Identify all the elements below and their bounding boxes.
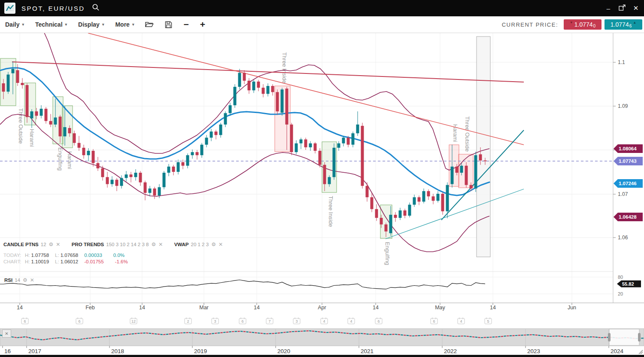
svg-text:2023: 2023 (527, 348, 540, 354)
svg-text:14: 14 (373, 305, 379, 311)
navigator-selection-window[interactable] (609, 329, 639, 345)
svg-text:80: 80 (618, 275, 623, 280)
pattern-count-badges[interactable]: 661223673446645 (21, 317, 492, 324)
gear-icon[interactable]: ⚙ (49, 241, 54, 247)
chevron-down-icon: ▾ (102, 22, 104, 27)
candlestick-series (2, 61, 487, 237)
pattern-box (449, 145, 459, 186)
svg-text:2017: 2017 (28, 348, 41, 354)
gear-icon[interactable]: ⚙ (23, 277, 27, 283)
save-icon[interactable] (165, 21, 172, 28)
svg-text:2024: 2024 (611, 348, 624, 354)
svg-text:6: 6 (24, 319, 26, 323)
svg-text:6: 6 (433, 319, 435, 323)
price-axis: 1.11.091.081.071.068020 (613, 59, 628, 296)
svg-text:16: 16 (4, 348, 11, 354)
price-stats: TODAY:H:1.07758L:1.076580.000330.0% CHAR… (3, 253, 139, 265)
svg-text:Feb: Feb (85, 305, 95, 311)
current-price-label: CURRENT PRICE: (502, 21, 558, 28)
zoom-out-button[interactable]: − (183, 20, 188, 29)
close-icon[interactable]: ✕ (30, 277, 34, 283)
legend-vwap: VWAP20 1 2 3⚙✕ (174, 240, 223, 248)
popout-icon[interactable] (618, 4, 626, 12)
chevron-down-icon: ▾ (132, 22, 134, 27)
today-stats-row: TODAY:H:1.07758L:1.076580.000330.0% (3, 253, 139, 259)
svg-text:14: 14 (490, 305, 496, 311)
window-bottom-edge (0, 355, 644, 357)
svg-text:Apr: Apr (318, 305, 326, 311)
trading-app-window: { "icons": {"gear":"⚙","close":"✕","care… (0, 0, 644, 357)
gear-icon[interactable]: ⚙ (151, 241, 156, 247)
svg-text:2018: 2018 (111, 348, 124, 354)
chart-change: -0.01755 (84, 259, 103, 264)
resize-grip-icon (639, 350, 643, 354)
svg-text:5: 5 (487, 319, 489, 323)
svg-text:2: 2 (187, 319, 189, 323)
pattern-label: Harami (29, 129, 35, 147)
close-icon[interactable]: ✕ (56, 241, 60, 247)
price-up-arrow-icon: ▲ (633, 21, 636, 24)
menu-technical[interactable]: Technical▾ (35, 21, 67, 28)
search-icon[interactable] (92, 3, 100, 13)
moving-average-line (0, 68, 489, 195)
svg-text:1.07743: 1.07743 (619, 159, 637, 164)
svg-text:7: 7 (268, 319, 270, 323)
svg-text:14: 14 (254, 305, 260, 311)
close-icon[interactable]: ✕ (158, 241, 163, 247)
ask-price-badge: 1.07746▲ (605, 19, 642, 30)
legend-pro-trends: PRO TRENDS150 3 10 2 14 2 3 8⚙✕ (72, 240, 163, 248)
price-axis-badges: 1.080641.077431.072461.0642855.82 (614, 144, 643, 287)
svg-text:2022: 2022 (444, 348, 457, 354)
svg-text:1.07: 1.07 (618, 191, 628, 197)
pattern-label: Harami (67, 151, 73, 169)
svg-text:1.06428: 1.06428 (619, 214, 637, 220)
legend-candle-patterns: CANDLE PTNS12⚙✕ (3, 240, 60, 248)
minimize-button[interactable]: – (605, 5, 612, 12)
svg-text:14: 14 (17, 305, 23, 311)
svg-text:3: 3 (295, 319, 298, 323)
pattern-label: Engulfing (57, 147, 64, 171)
close-icon[interactable]: ✕ (219, 241, 223, 247)
close-icon[interactable]: ✕ (632, 4, 640, 12)
svg-text:1.07246: 1.07246 (619, 181, 637, 186)
open-folder-icon[interactable] (145, 21, 154, 28)
rsi-legend: RSI14⚙✕ (4, 276, 34, 284)
pattern-label: Three Inside (328, 196, 334, 227)
menu-timeframe[interactable]: Daily▾ (5, 21, 24, 28)
svg-text:2021: 2021 (361, 348, 374, 354)
menu-display[interactable]: Display▾ (78, 21, 104, 28)
svg-text:6: 6 (241, 319, 243, 323)
today-change-pct: 0.0% (113, 253, 125, 258)
svg-text:55.82: 55.82 (622, 281, 634, 287)
svg-text:20: 20 (618, 291, 623, 296)
svg-text:12: 12 (131, 319, 136, 323)
window-title: SPOT, EUR/USD (21, 5, 85, 12)
band-upper-line (44, 33, 489, 170)
zoom-in-button[interactable]: + (200, 20, 205, 29)
svg-text:May: May (435, 305, 445, 311)
candle-pattern-annotations: Three OutsideHaramiEngulfingHaramiThree … (0, 52, 473, 265)
svg-text:Jun: Jun (568, 305, 576, 311)
svg-text:6: 6 (78, 319, 80, 323)
svg-text:1.09: 1.09 (618, 103, 628, 109)
today-change: 0.00033 (84, 253, 102, 258)
pattern-label: Three Outside (464, 116, 471, 152)
pattern-label: Engulfing (384, 242, 391, 265)
navigator-years: 1620172018201920202021202220232024 (3, 346, 624, 354)
svg-text:2019: 2019 (194, 348, 207, 354)
navigator-close-button[interactable]: ✕ (2, 330, 11, 338)
menu-more[interactable]: More▾ (115, 21, 134, 28)
chevron-down-icon: ▾ (65, 22, 67, 27)
navigator-left-handle[interactable] (608, 333, 611, 342)
svg-text:14: 14 (139, 305, 145, 311)
price-down-arrow-icon: ▼ (570, 21, 573, 24)
app-logo-icon (4, 3, 15, 14)
window-titlebar: SPOT, EUR/USD – ✕ (0, 0, 644, 16)
chart-stats-row: CHART:H:1.10019L:1.06012-0.01755-1.6% (3, 259, 139, 265)
svg-text:4: 4 (323, 319, 325, 323)
rsi-line (0, 280, 485, 289)
chart-canvas[interactable]: Three OutsideHaramiEngulfingHaramiThree … (0, 0, 644, 357)
navigator-right-handle[interactable] (638, 333, 641, 342)
gear-icon[interactable]: ⚙ (211, 241, 216, 247)
time-axis: 14Feb14Mar14Apr14May14Jun (17, 303, 576, 311)
